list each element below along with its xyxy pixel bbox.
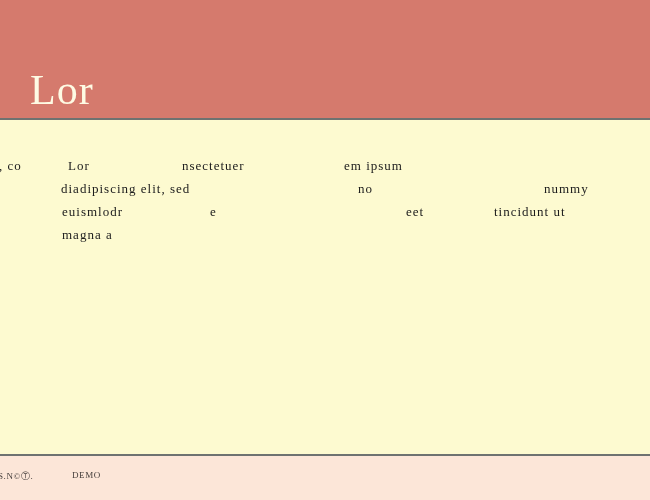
body-text-fragment: no bbox=[358, 177, 373, 201]
content-area: net, co Lor nsectetuer em ipsum diadipis… bbox=[0, 120, 650, 454]
header: Lor bbox=[0, 0, 650, 118]
footer-credit: S.N©Ⓣ. bbox=[0, 470, 33, 483]
body-text-fragment: euismlodr bbox=[62, 200, 123, 224]
body-text-fragment: magna a bbox=[62, 223, 113, 247]
body-text-fragment: tincidunt ut bbox=[494, 200, 566, 224]
body-text-fragment: eet bbox=[406, 200, 424, 224]
page-title: Lor bbox=[30, 66, 94, 114]
body-text-fragment: em ipsum bbox=[344, 154, 403, 178]
footer: S.N©Ⓣ. DEMO bbox=[0, 456, 650, 500]
body-text-fragment: Lor bbox=[68, 154, 90, 178]
body-text-fragment: e bbox=[210, 200, 217, 224]
body-text-fragment: net, co bbox=[0, 154, 22, 178]
footer-demo-label: DEMO bbox=[72, 470, 101, 480]
body-text-fragment: nsectetuer bbox=[182, 154, 245, 178]
body-text-fragment: diadipiscing elit, sed bbox=[61, 177, 190, 201]
body-text-fragment: nummy bbox=[544, 177, 589, 201]
